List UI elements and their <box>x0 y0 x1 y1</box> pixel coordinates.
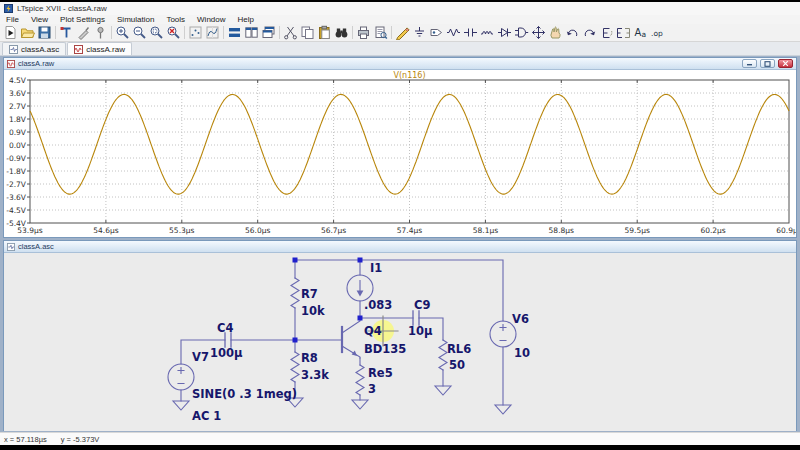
x-axis-label: 59.5µs <box>625 226 650 235</box>
label-Re5-val[interactable]: 3 <box>368 382 376 396</box>
zoom-area-button[interactable] <box>148 25 165 41</box>
plot-window: classA.raw 4.5V3.6V2.7V1.8V0.9V0.0V-0.9V… <box>3 57 797 238</box>
component-C4[interactable] <box>225 333 231 347</box>
zoom-out-icon <box>132 25 147 40</box>
close-button[interactable] <box>778 59 793 68</box>
component-C9[interactable] <box>413 311 419 325</box>
mdi-area: classA.raw 4.5V3.6V2.7V1.8V0.9V0.0V-0.9V… <box>0 56 800 432</box>
control-panel-button[interactable] <box>58 25 75 41</box>
wire-button[interactable] <box>394 25 411 41</box>
schematic-window-titlebar[interactable]: classA.asc <box>4 241 796 253</box>
menu-file[interactable]: File <box>0 15 25 24</box>
open-button[interactable] <box>19 25 36 41</box>
plot-window-titlebar[interactable]: classA.raw <box>4 58 796 70</box>
cascade-button[interactable] <box>260 25 277 41</box>
y-axis-label: -2.7V <box>6 180 27 189</box>
run-button[interactable] <box>2 25 19 41</box>
minimize-button[interactable] <box>742 59 757 68</box>
redo-button[interactable] <box>581 25 598 41</box>
label-V7-val[interactable]: SINE(0 .3 1meg) <box>192 387 297 401</box>
menu-view[interactable]: View <box>25 15 54 24</box>
component-R7[interactable] <box>291 278 299 308</box>
cascade-icon <box>261 25 276 40</box>
tile-vertical-button[interactable] <box>243 25 260 41</box>
tab-classA-raw[interactable]: classA.raw <box>67 42 132 55</box>
label-button[interactable] <box>428 25 445 41</box>
svg-text:A: A <box>635 27 642 38</box>
paste-button[interactable] <box>316 25 333 41</box>
rotate-button[interactable] <box>598 25 615 41</box>
label-I1-ref[interactable]: I1 <box>370 261 382 275</box>
label-RL6-ref[interactable]: RL6 <box>447 342 471 356</box>
label-R7-ref[interactable]: R7 <box>301 287 318 301</box>
copy-button[interactable] <box>299 25 316 41</box>
label-V6-ref[interactable]: V6 <box>512 312 529 326</box>
menu-help[interactable]: Help <box>232 15 260 24</box>
ground-button[interactable] <box>411 25 428 41</box>
label-R8-val[interactable]: 3.3k <box>301 368 329 382</box>
zoom-in-button[interactable] <box>114 25 131 41</box>
print-button[interactable] <box>355 25 372 41</box>
menu-tools[interactable]: Tools <box>160 15 191 24</box>
app-titlebar[interactable]: LTspice XVII - classA.raw <box>0 2 800 15</box>
toolbar-separator <box>391 26 392 39</box>
label-V7-ref[interactable]: V7 <box>192 350 209 364</box>
mark-points-button[interactable] <box>187 25 204 41</box>
undo-button[interactable] <box>564 25 581 41</box>
label-Q4-ref[interactable]: Q4 <box>364 324 382 338</box>
copy-icon <box>300 25 315 40</box>
ground-icon <box>412 25 427 40</box>
zoom-full-button[interactable] <box>165 25 182 41</box>
knife-button[interactable] <box>75 25 92 41</box>
move-button[interactable] <box>530 25 547 41</box>
component-R8[interactable] <box>291 352 299 382</box>
label-V7-val2[interactable]: AC 1 <box>192 409 221 423</box>
maximize-button[interactable] <box>760 59 775 68</box>
label-Q4-val[interactable]: BD135 <box>364 342 406 356</box>
component-Q4[interactable] <box>342 318 360 358</box>
print-preview-button[interactable] <box>372 25 389 41</box>
label-C9-val[interactable]: 10µ <box>408 324 432 338</box>
label-R8-ref[interactable]: R8 <box>301 351 318 365</box>
zoom-out-button[interactable] <box>131 25 148 41</box>
label-C4-ref[interactable]: C4 <box>217 321 233 335</box>
save-button[interactable] <box>36 25 53 41</box>
mirror-button[interactable] <box>615 25 632 41</box>
diode-button[interactable] <box>496 25 513 41</box>
pin-button[interactable] <box>92 25 109 41</box>
cut-button[interactable] <box>282 25 299 41</box>
component-RL6[interactable] <box>439 340 447 370</box>
label-C4-val[interactable]: 100µ <box>210 346 242 360</box>
label-C9-ref[interactable]: C9 <box>414 298 430 312</box>
capacitor-button[interactable] <box>462 25 479 41</box>
drag-button[interactable] <box>547 25 564 41</box>
label-RL6-val[interactable]: 50 <box>449 358 465 372</box>
component-V7[interactable] <box>168 364 194 390</box>
text-button[interactable]: Aa <box>632 25 649 41</box>
waveform-plot[interactable]: 4.5V3.6V2.7V1.8V0.9V0.0V-0.9V-1.8V-2.7V-… <box>4 70 796 237</box>
cut-icon <box>283 25 298 40</box>
menu-window[interactable]: Window <box>191 15 231 24</box>
drag-icon <box>548 25 563 40</box>
menu-plot-settings[interactable]: Plot Settings <box>54 15 111 24</box>
y-axis-label: -4.5V <box>6 206 27 215</box>
cursor-x-readout: x = 57.118µs <box>4 435 47 444</box>
label-I1-val[interactable]: .083 <box>364 298 392 312</box>
trace-legend[interactable]: V(n116) <box>393 71 425 80</box>
find-button[interactable] <box>333 25 350 41</box>
label-R7-val[interactable]: 10k <box>301 304 325 318</box>
component-Re5[interactable] <box>356 365 364 395</box>
inductor-button[interactable] <box>479 25 496 41</box>
schematic-canvas[interactable]: R7 10k R8 3.3k C4 100µ V7 SINE(0 .3 1meg… <box>4 253 796 431</box>
label-V6-val[interactable]: 10 <box>514 346 530 360</box>
label-Re5-ref[interactable]: Re5 <box>368 366 393 380</box>
tile-horizontal-button[interactable] <box>226 25 243 41</box>
resistor-button[interactable] <box>445 25 462 41</box>
menu-simulation[interactable]: Simulation <box>111 15 160 24</box>
x-axis-label: 56.0µs <box>245 226 270 235</box>
menu-bar: FileViewPlot SettingsSimulationToolsWind… <box>0 15 800 24</box>
tab-classA-asc[interactable]: classA.asc <box>2 42 66 55</box>
spice-directive-button[interactable]: .op <box>649 25 666 41</box>
plot-settings-button[interactable] <box>204 25 221 41</box>
component-button[interactable] <box>513 25 530 41</box>
